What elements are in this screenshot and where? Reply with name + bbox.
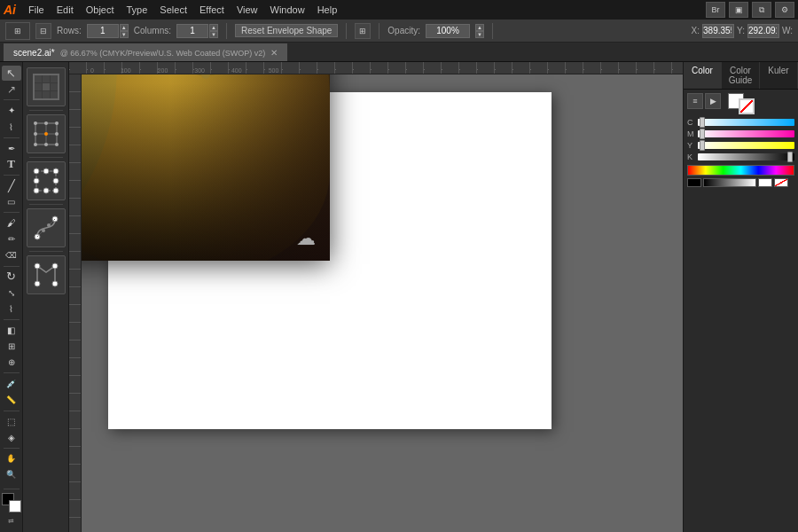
stroke-swatch[interactable]	[739, 98, 755, 114]
options-bar: ⊞ ⊟ Rows: 1 ▲ ▼ Columns: 1 ▲ ▼ Reset Env…	[0, 20, 798, 43]
pen-tool-btn[interactable]: ✒	[2, 140, 21, 155]
menu-window[interactable]: Window	[265, 3, 310, 17]
opacity-down[interactable]: ▼	[475, 31, 484, 38]
kuler-tab[interactable]: Kuler	[760, 62, 798, 89]
screen-mode-btn[interactable]: ▣	[729, 2, 748, 18]
direct-selection-btn[interactable]: ↗	[2, 82, 21, 97]
cols-spinbox[interactable]: 1 ▲ ▼	[176, 24, 218, 38]
menu-effect[interactable]: Effect	[194, 3, 230, 17]
menu-object[interactable]: Object	[81, 3, 120, 17]
warp-tool-btn[interactable]: ⌇	[2, 301, 21, 317]
blend-tool-btn[interactable]: ⊕	[2, 355, 21, 370]
envelope-preview-btn[interactable]	[27, 67, 66, 106]
mesh-tool-btn[interactable]: ⊞	[2, 339, 21, 354]
yellow-label: Y	[687, 141, 696, 150]
artboard-btn[interactable]: ⬚	[2, 413, 21, 428]
rotate-icon: ↻	[6, 270, 16, 283]
menu-edit[interactable]: Edit	[51, 3, 79, 17]
tab-close-button[interactable]: ✕	[270, 48, 278, 58]
white-swatch[interactable]	[758, 178, 772, 187]
cyan-slider[interactable]	[698, 119, 794, 126]
menu-select[interactable]: Select	[154, 3, 192, 17]
line-tool-btn[interactable]: ╱	[2, 178, 21, 193]
cols-input[interactable]: 1	[176, 24, 208, 38]
transform-points-btn[interactable]	[27, 161, 66, 200]
fill-stroke-swatches[interactable]	[728, 93, 755, 114]
path-type-btn[interactable]	[27, 255, 66, 294]
rotate-tool-btn[interactable]: ↻	[2, 269, 21, 284]
svg-point-19	[34, 178, 39, 184]
background-swatch[interactable]	[9, 500, 21, 512]
zoom-btn[interactable]: 🔍	[2, 467, 21, 482]
color-tab[interactable]: Color	[684, 62, 722, 89]
tab-filename: scene2.ai*	[13, 48, 55, 58]
cols-up[interactable]: ▲	[209, 24, 218, 31]
mesh-icon: ⊞	[8, 341, 15, 351]
yellow-slider-row: Y	[687, 141, 794, 150]
svg-point-26	[47, 223, 51, 227]
anchor-points-btn[interactable]	[27, 208, 66, 247]
menu-type[interactable]: Type	[121, 3, 153, 17]
pencil-tool-btn[interactable]: ✏	[2, 231, 21, 246]
foreground-background-swatches[interactable]	[2, 493, 21, 512]
scale-tool-btn[interactable]: ⤡	[2, 286, 21, 301]
magenta-slider[interactable]	[698, 130, 794, 137]
canvas-area[interactable]: Ai Adobe Creative Cloud Illustrator CC 2…	[82, 74, 683, 532]
y-input[interactable]: 292.091 pt	[747, 24, 779, 38]
x-input[interactable]: 389.355 pt	[702, 24, 734, 38]
reset-envelope-button[interactable]: Reset Envelope Shape	[235, 24, 338, 37]
color-spectrum-bar[interactable]	[687, 165, 794, 176]
rows-up[interactable]: ▲	[120, 24, 129, 31]
gradient-tool-btn[interactable]: ◧	[2, 323, 21, 338]
cols-down[interactable]: ▼	[209, 31, 218, 38]
bridge-btn[interactable]: Br	[706, 2, 725, 18]
app-logo: Ai	[4, 3, 16, 17]
yellow-thumb[interactable]	[700, 140, 705, 151]
black-swatch[interactable]	[687, 178, 701, 187]
brush-tool-btn[interactable]: 🖌	[2, 215, 21, 231]
opacity-up[interactable]: ▲	[475, 24, 484, 31]
envelope-options-icon[interactable]: ⊞	[355, 23, 371, 39]
splash-screen[interactable]: Ai Adobe Creative Cloud Illustrator CC 2…	[82, 74, 330, 261]
yellow-slider[interactable]	[698, 142, 794, 149]
magenta-thumb[interactable]	[700, 129, 705, 139]
lasso-btn[interactable]: ⌇	[2, 119, 21, 134]
document-tab[interactable]: scene2.ai* @ 66.67% (CMYK/Preview/U.S. W…	[4, 43, 287, 61]
type-tool-btn[interactable]: T	[2, 157, 21, 172]
menu-file[interactable]: File	[23, 3, 50, 17]
grayscale-ramp[interactable]	[703, 178, 756, 187]
mesh-warp-btn[interactable]	[27, 114, 66, 153]
canvas-inner: Ai Adobe Creative Cloud Illustrator CC 2…	[69, 74, 683, 532]
rect-tool-btn[interactable]: ▭	[2, 194, 21, 209]
hand-btn[interactable]: ✋	[2, 451, 21, 466]
tools-icon[interactable]: ⚙	[775, 2, 794, 18]
slice-icon: ◈	[8, 433, 15, 442]
cyan-thumb[interactable]	[700, 117, 705, 128]
measure-btn[interactable]: 📏	[2, 392, 21, 407]
magic-wand-btn[interactable]: ✦	[2, 103, 21, 118]
svg-point-27	[35, 263, 40, 269]
warp-icon: ⌇	[9, 304, 13, 314]
arrange-btn[interactable]: ⧉	[752, 2, 771, 18]
black-slider[interactable]	[698, 153, 794, 160]
black-thumb[interactable]	[787, 152, 793, 162]
color-swatches: ⇄	[2, 483, 21, 528]
lasso-icon: ⌇	[9, 122, 13, 132]
rows-spinbox[interactable]: 1 ▲ ▼	[87, 24, 129, 38]
rows-down[interactable]: ▼	[120, 31, 129, 38]
opacity-input[interactable]: 100%	[426, 24, 470, 38]
selection-tool-btn[interactable]: ↖	[2, 66, 21, 81]
rows-input[interactable]: 1	[87, 24, 119, 38]
swap-colors-btn[interactable]: ⇄	[8, 517, 14, 525]
panel-menu-icon[interactable]: ≡	[687, 93, 703, 109]
eyedropper-btn[interactable]: 💉	[2, 376, 21, 391]
slice-btn[interactable]: ◈	[2, 430, 21, 445]
eraser-tool-btn[interactable]: ⌫	[2, 247, 21, 262]
panel-expand-icon[interactable]: ▶	[705, 93, 721, 109]
none-swatch[interactable]	[774, 178, 788, 187]
blend-icon: ⊕	[8, 357, 15, 367]
menu-view[interactable]: View	[231, 3, 263, 17]
menu-help[interactable]: Help	[312, 3, 343, 17]
color-guide-tab[interactable]: Color Guide	[722, 62, 760, 89]
svg-point-30	[52, 281, 58, 286]
